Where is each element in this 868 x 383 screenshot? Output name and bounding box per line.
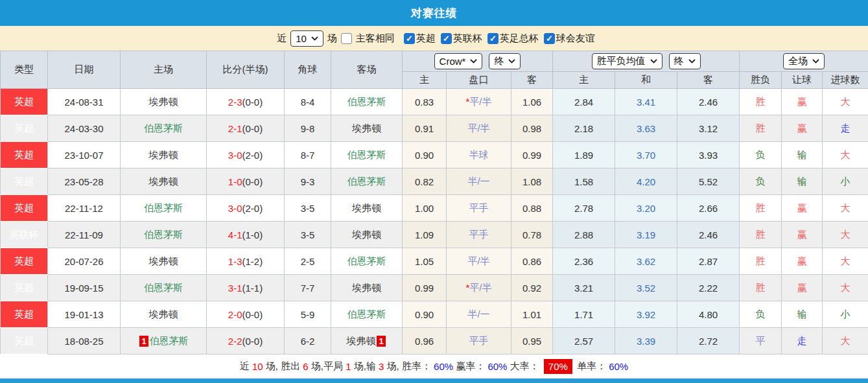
date-cell: 19-01-13 — [48, 301, 121, 328]
league-cell: 英超 — [1, 142, 48, 168]
summary-segment: 场,平局 — [309, 360, 346, 373]
away-team-cell: 伯恩茅斯 — [331, 89, 403, 115]
avg-away-cell: 2.72 — [677, 328, 740, 354]
league-cell: 英超 — [1, 115, 48, 142]
goals-result-cell: 大 — [823, 195, 868, 222]
avg-away-cell: 3.12 — [677, 115, 740, 142]
avg-draw-cell: 3.19 — [615, 222, 677, 248]
handicap-result-cell: 赢 — [782, 115, 823, 142]
odds-away-cell: 1.01 — [511, 301, 553, 328]
subheader-avg-draw: 和 — [615, 72, 677, 89]
goals-result-cell: 大 — [823, 275, 868, 301]
date-cell: 24-08-31 — [48, 89, 121, 115]
check-icon: ✓ — [406, 34, 413, 43]
scope-select[interactable]: 全场 — [783, 53, 825, 69]
date-cell: 18-08-25 — [48, 328, 121, 354]
outcome-cell: 胜 — [740, 115, 782, 142]
league-checkbox[interactable]: ✓ — [404, 33, 415, 44]
odds-time-select[interactable]: 终 — [489, 53, 521, 69]
away-team-cell: 埃弗顿 — [331, 195, 403, 222]
result-group-header: 全场 — [740, 51, 868, 72]
avg-away-cell: 2.46 — [677, 222, 740, 248]
avg-time-select[interactable]: 终 — [669, 53, 701, 69]
header-home: 主场 — [121, 51, 207, 89]
avg-home-cell: 1.71 — [553, 301, 615, 328]
odds-group-header: Crow* 终 — [403, 51, 553, 72]
away-team-cell: 埃弗顿 — [331, 275, 403, 301]
handicap-result-cell: 赢 — [782, 275, 823, 301]
date-cell: 23-05-28 — [48, 168, 121, 195]
league-cell: 英联杯 — [1, 222, 48, 248]
avg-away-cell: 3.93 — [677, 142, 740, 168]
league-checkbox[interactable]: ✓ — [544, 33, 555, 44]
near-count-select[interactable]: 10 — [290, 30, 323, 47]
avg-group-header: 胜平负均值 终 — [553, 51, 740, 72]
section-title-bar: 对赛往绩 — [0, 0, 868, 26]
odds-home-cell: 0.90 — [403, 142, 447, 168]
league-checkbox[interactable]: ✓ — [441, 33, 452, 44]
same-venue-checkbox[interactable] — [341, 33, 352, 44]
goals-result-cell: 走 — [823, 115, 868, 142]
outcome-cell: 胜 — [740, 195, 782, 222]
score-cell: 3-0(2-0) — [207, 142, 285, 168]
h2h-history-table: 类型 日期 主场 比分(半场) 角球 客场 Crow* 终 — [0, 51, 868, 354]
league-checkbox[interactable]: ✓ — [487, 33, 499, 44]
odds-away-cell: 0.86 — [511, 248, 553, 275]
check-icon: ✓ — [443, 34, 450, 43]
handicap-result-cell: 赢 — [782, 89, 823, 115]
check-icon: ✓ — [489, 34, 497, 43]
home-team-cell: 1伯恩茅斯 — [121, 328, 207, 354]
header-score: 比分(半场) — [207, 51, 285, 89]
bookmaker-select[interactable]: Crow* — [434, 53, 483, 69]
subheader-handicap: 盘口 — [447, 72, 511, 89]
away-team-cell: 伯恩茅斯 — [331, 142, 403, 168]
handicap-cell: 平/半 — [447, 115, 511, 142]
away-team-cell: 伯恩茅斯 — [331, 248, 403, 275]
date-cell: 22-11-09 — [48, 222, 121, 248]
away-team-cell: 埃弗顿1 — [331, 328, 403, 354]
summary-bar: 近 10 场, 胜出 6 场,平局 1 场,输 3 场, 胜率： 60% 赢率：… — [0, 354, 868, 378]
avg-draw-cell: 3.70 — [615, 142, 677, 168]
table-row: 英超23-05-28埃弗顿1-0(0-0)9-3伯恩茅斯0.82半/一1.081… — [1, 168, 868, 195]
date-cell: 23-10-07 — [48, 142, 121, 168]
table-row: 英超19-01-13埃弗顿2-0(0-0)5-9伯恩茅斯0.90半/一1.011… — [1, 301, 868, 328]
bottom-divider — [0, 378, 868, 383]
score-cell: 4-1(1-0) — [207, 222, 285, 248]
home-team-cell: 伯恩茅斯 — [121, 195, 207, 222]
summary-segment: 赢率： — [453, 360, 487, 373]
avg-home-cell: 2.88 — [553, 222, 615, 248]
table-row: 英超23-10-07埃弗顿3-0(2-0)8-7伯恩茅斯0.90半球0.991.… — [1, 142, 868, 168]
goals-result-cell: 大 — [823, 248, 868, 275]
avg-away-cell: 2.46 — [677, 89, 740, 115]
score-cell: 1-0(0-0) — [207, 168, 285, 195]
outcome-cell: 胜 — [740, 248, 782, 275]
home-team-cell: 埃弗顿 — [121, 142, 207, 168]
odds-home-cell: 0.83 — [403, 89, 447, 115]
header-date: 日期 — [48, 51, 121, 89]
corner-cell: 8-4 — [285, 89, 331, 115]
handicap-cell: *平/半 — [447, 89, 511, 115]
avg-away-cell: 5.52 — [677, 168, 740, 195]
outcome-cell: 平 — [740, 328, 782, 354]
outcome-cell: 胜 — [740, 89, 782, 115]
table-row: 英联杯22-11-09伯恩茅斯4-1(1-0)3-5埃弗顿1.09平手0.782… — [1, 222, 868, 248]
avg-home-cell: 1.58 — [553, 168, 615, 195]
odds-away-cell: 0.88 — [511, 195, 553, 222]
avg-type-select[interactable]: 胜平负均值 — [592, 53, 663, 69]
score-cell: 3-1(1-1) — [207, 275, 285, 301]
table-row: 英超22-11-12伯恩茅斯3-0(2-0)3-5埃弗顿1.00平手0.882.… — [1, 195, 868, 222]
avg-draw-cell: 3.92 — [615, 301, 677, 328]
subheader-odds-home: 主 — [403, 72, 447, 89]
table-row: 英超24-03-30伯恩茅斯2-1(0-0)9-8埃弗顿0.91平/半0.982… — [1, 115, 868, 142]
summary-segment: 1 — [346, 361, 351, 372]
league-cell: 英超 — [1, 275, 48, 301]
date-cell: 19-09-15 — [48, 275, 121, 301]
subheader-odds-away: 客 — [511, 72, 553, 89]
odds-away-cell: 0.78 — [511, 222, 553, 248]
handicap-cell: 平/半 — [447, 248, 511, 275]
bookmaker-value: Crow* — [440, 56, 466, 67]
summary-segment: 场, 胜率： — [384, 360, 434, 373]
score-cell: 2-3(0-0) — [207, 89, 285, 115]
handicap-cell: 平手 — [447, 195, 511, 222]
handicap-cell: 半/一 — [447, 168, 511, 195]
